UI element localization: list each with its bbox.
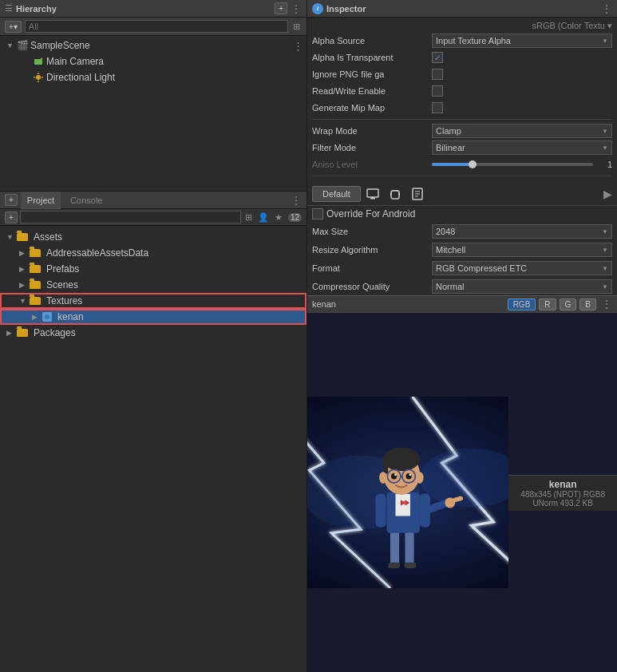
max-size-arrow: ▼ bbox=[602, 228, 608, 235]
platform-tabs: Default ▶ bbox=[307, 183, 617, 206]
platform-tab-default[interactable]: Default bbox=[312, 186, 361, 202]
format-label: Format bbox=[312, 263, 432, 273]
svg-rect-12 bbox=[391, 191, 399, 199]
hierarchy-search-bar: +▾ ⊞ bbox=[0, 18, 307, 36]
tab-console[interactable]: Console bbox=[64, 192, 109, 209]
channel-g-button[interactable]: G bbox=[560, 298, 577, 310]
project-filter-btn[interactable]: ⊞ bbox=[243, 212, 254, 223]
hierarchy-add-button[interactable]: + bbox=[275, 2, 287, 14]
hierarchy-search-input[interactable] bbox=[25, 20, 288, 33]
kenan-asset-icon bbox=[42, 312, 52, 322]
hierarchy-menu-button[interactable]: ⋮ bbox=[291, 2, 302, 15]
inspector-info-icon: i bbox=[312, 3, 323, 14]
svg-point-8 bbox=[45, 314, 49, 319]
read-write-checkbox[interactable] bbox=[432, 85, 443, 97]
override-android-label: Override For Android bbox=[326, 208, 415, 219]
folder-prefabs[interactable]: ▶ Prefabs bbox=[0, 261, 307, 277]
filter-mode-value: Bilinear ▼ bbox=[432, 140, 612, 155]
wrap-mode-dropdown[interactable]: Clamp ▼ bbox=[432, 124, 612, 138]
platform-tab-other[interactable] bbox=[407, 185, 428, 203]
generate-mip-checkbox[interactable] bbox=[432, 102, 443, 113]
project-menu-button[interactable]: ⋮ bbox=[291, 194, 302, 207]
camera-icon bbox=[33, 56, 44, 67]
format-value: RGB Compressed ETC ▼ bbox=[432, 261, 612, 275]
channel-menu[interactable]: ⋮ bbox=[601, 298, 612, 310]
svg-rect-15 bbox=[390, 192, 392, 196]
section-divider-1 bbox=[312, 119, 612, 120]
project-search-input[interactable] bbox=[20, 211, 241, 223]
alpha-transparent-row: Alpha Is Transparent bbox=[312, 49, 612, 65]
resize-algo-row: Resize Algorithm Mitchell ▼ bbox=[307, 242, 617, 258]
tab-project[interactable]: Project bbox=[21, 192, 61, 209]
channel-bar: kenan RGB R G B ⋮ bbox=[307, 295, 617, 313]
resize-algo-arrow: ▼ bbox=[602, 247, 608, 254]
hierarchy-search-add[interactable]: +▾ bbox=[5, 21, 22, 33]
hierarchy-filter-button[interactable]: ⊞ bbox=[291, 22, 302, 32]
hierarchy-content: ▼ 🎬 SampleScene ⋮ Main Camera bbox=[0, 36, 307, 87]
hierarchy-directional-light[interactable]: Directional Light bbox=[0, 69, 307, 85]
project-count-badge: 12 bbox=[288, 213, 302, 222]
hierarchy-header: ☰ Hierarchy + ⋮ bbox=[0, 0, 307, 18]
svg-rect-9 bbox=[367, 189, 378, 197]
max-size-dropdown[interactable]: 2048 ▼ bbox=[432, 224, 612, 239]
channel-b-button[interactable]: B bbox=[579, 298, 596, 310]
compressor-dropdown[interactable]: Normal ▼ bbox=[432, 279, 612, 294]
alpha-source-dropdown[interactable]: Input Texture Alpha ▼ bbox=[432, 34, 612, 48]
aniso-slider-track[interactable] bbox=[432, 163, 593, 166]
image-preview-area: kenan 488x345 (NPOT) RGB8 UNorm 493.2 KB bbox=[307, 313, 617, 672]
svg-rect-26 bbox=[388, 563, 400, 568]
ignore-png-checkbox[interactable] bbox=[432, 69, 443, 80]
platform-scroll-right[interactable]: ▶ bbox=[603, 188, 612, 200]
kenan-label: kenan bbox=[57, 311, 84, 322]
inspector-title: Inspector bbox=[326, 4, 366, 14]
override-android-checkbox[interactable] bbox=[312, 208, 323, 219]
aniso-slider-thumb[interactable] bbox=[469, 160, 477, 168]
resize-algo-text: Mitchell bbox=[436, 245, 465, 255]
wrap-mode-value: Clamp ▼ bbox=[432, 124, 612, 138]
project-add-button[interactable]: + bbox=[5, 194, 18, 206]
assets-folder-icon bbox=[17, 233, 28, 241]
project-person-btn[interactable]: 👤 bbox=[256, 212, 271, 223]
addressable-label: AddressableAssetsData bbox=[46, 247, 148, 259]
project-star-btn[interactable]: ★ bbox=[273, 212, 284, 223]
ignore-png-row: Ignore PNG file ga bbox=[312, 66, 612, 82]
folder-addressable[interactable]: ▶ AddressableAssetsData bbox=[0, 245, 307, 261]
override-row: Override For Android bbox=[307, 206, 617, 222]
compressor-value: Normal ▼ bbox=[432, 279, 612, 294]
format-row: Format RGB Compressed ETC ▼ bbox=[307, 260, 617, 276]
folder-scenes[interactable]: ▶ Scenes bbox=[0, 277, 307, 293]
hierarchy-scene-item[interactable]: ▼ 🎬 SampleScene ⋮ bbox=[0, 38, 307, 53]
filter-mode-dropdown[interactable]: Bilinear ▼ bbox=[432, 140, 612, 155]
max-size-row: Max Size 2048 ▼ bbox=[307, 223, 617, 239]
folder-textures[interactable]: ▼ Textures bbox=[0, 293, 307, 309]
platform-tab-monitor[interactable] bbox=[362, 185, 383, 203]
resize-algo-dropdown[interactable]: Mitchell ▼ bbox=[432, 243, 612, 257]
alpha-source-arrow: ▼ bbox=[602, 38, 608, 45]
wrap-mode-row: Wrap Mode Clamp ▼ bbox=[312, 123, 612, 139]
folder-kenan[interactable]: ▶ kenan bbox=[0, 309, 307, 325]
scenes-label: Scenes bbox=[46, 279, 78, 291]
project-search-add[interactable]: + bbox=[5, 211, 18, 223]
scene-menu-icon[interactable]: ⋮ bbox=[293, 40, 303, 52]
resize-algo-label: Resize Algorithm bbox=[312, 245, 432, 255]
format-dropdown[interactable]: RGB Compressed ETC ▼ bbox=[432, 261, 612, 275]
inspector-menu-button[interactable]: ⋮ bbox=[601, 2, 612, 15]
preview-svg bbox=[307, 397, 508, 588]
folder-assets[interactable]: ▼ Assets bbox=[0, 229, 307, 245]
project-search-bar: + ⊞ 👤 ★ 12 bbox=[0, 209, 307, 226]
svg-rect-10 bbox=[370, 198, 375, 200]
format-text: RGB Compressed ETC bbox=[436, 263, 527, 273]
packages-label: Packages bbox=[34, 327, 76, 338]
hierarchy-main-camera[interactable]: Main Camera bbox=[0, 53, 307, 69]
platform-tab-android[interactable] bbox=[385, 185, 405, 203]
channel-r-button[interactable]: R bbox=[539, 298, 556, 310]
aniso-level-row: Aniso Level 1 bbox=[312, 156, 612, 172]
hierarchy-panel: ☰ Hierarchy + ⋮ +▾ ⊞ ▼ 🎬 SampleScene ⋮ bbox=[0, 0, 307, 192]
folder-packages[interactable]: ▶ Packages bbox=[0, 325, 307, 341]
preview-image bbox=[307, 397, 508, 588]
svg-point-49 bbox=[379, 472, 386, 484]
alpha-transparent-checkbox[interactable] bbox=[432, 52, 443, 63]
scene-icon: 🎬 bbox=[17, 40, 28, 51]
compressor-label: Compressor Quality bbox=[312, 282, 432, 291]
channel-rgb-button[interactable]: RGB bbox=[508, 298, 536, 310]
